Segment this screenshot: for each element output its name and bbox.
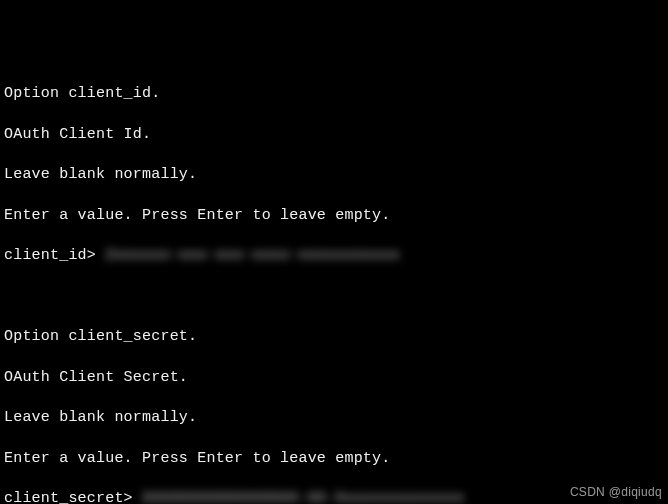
- client-secret-prompt[interactable]: client_secret>: [4, 490, 142, 504]
- client-secret-desc: OAuth Client Secret.: [4, 368, 664, 388]
- client-id-hint: Leave blank normally.: [4, 165, 664, 185]
- client-id-prompt[interactable]: client_id>: [4, 247, 105, 264]
- watermark: CSDN @diqiudq: [570, 484, 662, 500]
- client-id-enter: Enter a value. Press Enter to leave empt…: [4, 206, 664, 226]
- client-secret-enter: Enter a value. Press Enter to leave empt…: [4, 449, 664, 469]
- client-secret-hint: Leave blank normally.: [4, 408, 664, 428]
- client-id-option-line: Option client_id.: [4, 84, 664, 104]
- client-secret-value: XXXXXXXXXXXXXXXXX-XX-Xxxxxxxxxxxxxx: [142, 490, 464, 504]
- client-id-desc: OAuth Client Id.: [4, 125, 664, 145]
- client-id-value: 2xxxxxx-xxx-xxx-xxxx-xxxxxxxxxxx: [105, 247, 399, 264]
- client-secret-option-line: Option client_secret.: [4, 327, 664, 347]
